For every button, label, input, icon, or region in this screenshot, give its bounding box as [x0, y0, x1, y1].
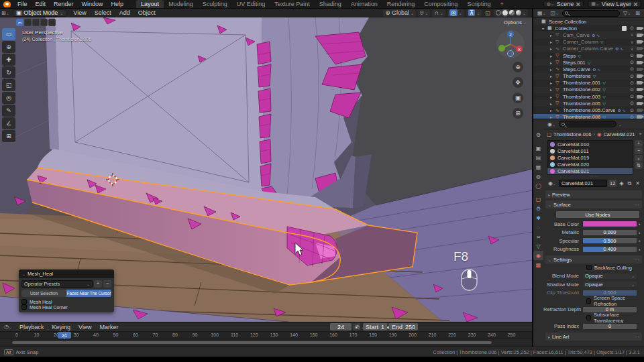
camera-visibility-icon[interactable]	[637, 102, 642, 105]
outliner-row[interactable]: Thombstone.001	[533, 80, 644, 86]
hide-eye-icon[interactable]	[629, 66, 635, 72]
outliner-row[interactable]: Thombstone	[533, 73, 644, 80]
browse-material-icon[interactable]: ◉⌄	[547, 180, 557, 186]
outliner-row[interactable]: Steps.Carve	[533, 66, 644, 72]
properties-tab-icon[interactable]	[533, 172, 543, 181]
blender-logo-icon[interactable]	[3, 1, 11, 7]
properties-options-icon[interactable]: ⌄	[619, 122, 622, 127]
users-count-badge[interactable]: 12	[608, 180, 616, 187]
timeline-menu-item[interactable]: View	[75, 323, 95, 331]
transform-orientation-selector[interactable]: ⊕ Global⌄	[383, 9, 416, 17]
viewport-menu-item[interactable]: Select	[91, 9, 115, 17]
add-workspace-button[interactable]: +	[498, 1, 505, 7]
workspace-tab[interactable]: UV Editing	[232, 0, 270, 8]
blend-mode-dropdown[interactable]: Opaque⌄	[582, 273, 637, 280]
unlink-scene-icon[interactable]: 🗙	[576, 2, 580, 7]
properties-search-input[interactable]	[559, 121, 616, 127]
toolbar-tool-button[interactable]	[2, 66, 15, 78]
breadcrumb-material[interactable]: CarveMat.021	[603, 131, 635, 137]
outliner-display-mode-icon[interactable]: ▦⌄	[536, 10, 547, 16]
checkbox[interactable]	[21, 304, 27, 310]
camera-visibility-icon[interactable]	[637, 61, 642, 64]
material-name-field[interactable]: CarveMat.021	[559, 180, 607, 187]
ortho-grid-icon[interactable]: ⊞	[513, 108, 523, 119]
outliner-row[interactable]: Corner_Column	[533, 39, 644, 46]
properties-tab-icon[interactable]	[533, 213, 543, 223]
surface-panel-header[interactable]: ⌄Surface⋯	[545, 200, 642, 208]
base-color-swatch[interactable]	[582, 221, 637, 227]
expand-arrow-icon[interactable]	[550, 108, 555, 113]
scene-selector[interactable]: ◍⌄ Scene 🗙	[543, 1, 584, 7]
expand-arrow-icon[interactable]	[550, 101, 555, 106]
breadcrumb-object[interactable]: Thombstone.006	[553, 131, 591, 137]
workspace-tab[interactable]: Shading	[315, 0, 346, 8]
properties-tab-icon[interactable]	[533, 181, 543, 190]
camera-visibility-icon[interactable]	[637, 88, 642, 91]
camera-visibility-icon[interactable]	[637, 81, 642, 84]
toolbar-tool-button[interactable]	[2, 130, 15, 142]
timeline-menu-item[interactable]: Playback	[16, 323, 48, 331]
properties-tab-icon[interactable]	[533, 194, 543, 204]
expand-arrow-icon[interactable]	[550, 80, 555, 85]
subsurface-checkbox[interactable]	[586, 315, 591, 320]
material-slot[interactable]: CarveMat.010	[547, 141, 633, 147]
camera-visibility-icon[interactable]	[637, 115, 642, 119]
start-frame-field[interactable]: Start1	[363, 323, 387, 330]
workspace-tab[interactable]: Animation	[346, 0, 382, 8]
properties-tab-icon[interactable]	[533, 260, 543, 269]
hide-eye-icon[interactable]	[629, 115, 635, 119]
expand-arrow-icon[interactable]	[550, 74, 555, 78]
topbar-menu-item[interactable]: Render	[50, 0, 77, 8]
outliner-row[interactable]: Thombstone.006	[533, 114, 644, 119]
camera-visibility-icon[interactable]	[637, 34, 642, 37]
settings-panel-header[interactable]: ⌄Settings⋯	[545, 255, 642, 263]
filter-funnel-icon[interactable]: ▽⌄	[622, 10, 632, 16]
properties-tab-icon[interactable]	[533, 153, 543, 162]
expand-arrow-icon[interactable]	[550, 95, 555, 99]
toolbar-tool-button[interactable]	[2, 54, 15, 66]
line-art-panel-header[interactable]: ▸Line Art⋯	[545, 333, 642, 341]
select-mode-new[interactable]: ▭	[16, 19, 23, 26]
timeline-menu-item[interactable]: Keying	[49, 323, 74, 331]
checkbox[interactable]	[21, 299, 27, 304]
view-layer-selector[interactable]: ▦⌄ View Layer 🗙	[588, 1, 641, 7]
hide-eye-icon[interactable]	[629, 46, 635, 52]
hide-eye-icon[interactable]	[629, 87, 635, 93]
workspace-tab[interactable]: Texture Paint	[270, 0, 315, 8]
properties-tab-icon[interactable]	[533, 143, 543, 153]
overlays-toggle[interactable]: ◱	[484, 10, 492, 16]
expand-arrow-icon[interactable]	[550, 46, 555, 51]
camera-visibility-icon[interactable]	[637, 109, 642, 112]
unlink-material-icon[interactable]: ✕	[634, 180, 641, 186]
slot-specials-button[interactable]: ⌄	[635, 155, 643, 162]
viewport-menu-item[interactable]: View	[70, 9, 89, 17]
new-collection-icon[interactable]: ⊞	[634, 10, 641, 16]
expand-arrow-icon[interactable]	[550, 54, 555, 58]
viewport-3d[interactable]: ▭ User Perspective (24) Collection | Tho…	[0, 17, 533, 322]
outliner-row[interactable]: Steps.001	[533, 59, 644, 66]
outliner-row[interactable]: Thombstone.005.Carve	[533, 107, 644, 113]
outliner-row[interactable]: Thombstone.003	[533, 93, 644, 100]
outliner-row[interactable]: Corner_Column.Carve	[533, 46, 644, 52]
gizmos-toggle[interactable]: ⊼⌄	[466, 9, 482, 17]
outliner-search-input[interactable]	[562, 10, 620, 17]
subsurface-row[interactable]: Subsurface Translucency	[543, 314, 644, 322]
remove-view-layer-icon[interactable]: 🗙	[633, 2, 638, 7]
viewport-menu-item[interactable]: Add	[116, 9, 133, 17]
add-slot-button[interactable]: +	[635, 140, 643, 147]
mode-selector[interactable]: ▣ Object Mode⌄	[13, 9, 67, 17]
toolbar-tool-button[interactable]	[2, 28, 15, 40]
pan-hand-icon[interactable]: ✥	[513, 77, 523, 88]
properties-tab-icon[interactable]	[533, 162, 543, 172]
material-slot[interactable]: CarveMat.011	[547, 147, 633, 154]
outliner-row[interactable]: Scene Collection	[533, 18, 644, 25]
shading-rendered-icon[interactable]	[516, 10, 521, 15]
use-nodes-button[interactable]: Use Nodes	[555, 210, 640, 219]
hide-eye-icon[interactable]	[629, 25, 635, 31]
expand-arrow-icon[interactable]	[550, 40, 555, 44]
topbar-menu-item[interactable]: Edit	[32, 0, 50, 8]
operator-presets-dropdown[interactable]: Operator Presets⌄	[21, 280, 93, 288]
backface-culling-checkbox[interactable]	[586, 265, 592, 270]
properties-tab-icon[interactable]	[533, 241, 543, 251]
hide-eye-icon[interactable]	[629, 80, 635, 86]
